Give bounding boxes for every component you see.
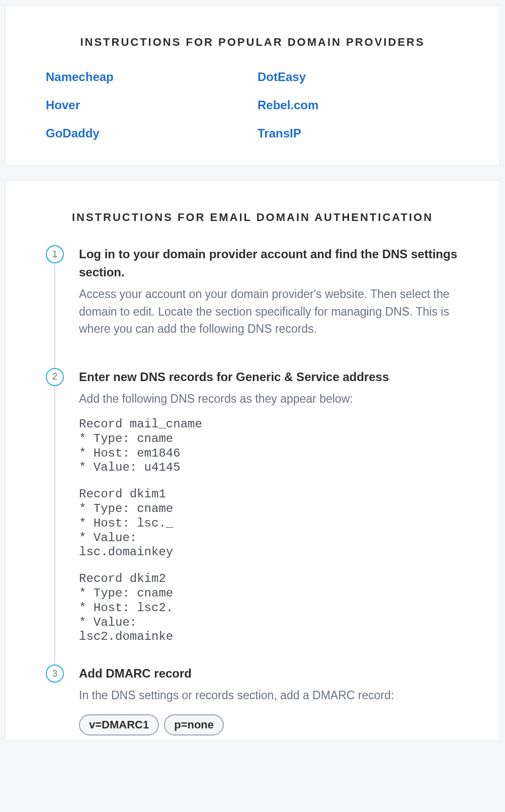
step-title: Add DMARC record <box>79 665 459 683</box>
step-title: Enter new DNS records for Generic & Serv… <box>79 368 459 386</box>
dns-record-dkim2: Record dkim2 * Type: cname * Host: lsc2.… <box>79 572 459 644</box>
dmarc-chips: v=DMARC1 p=none <box>79 714 459 735</box>
step-number-badge: 1 <box>46 245 64 263</box>
dmarc-chip-v: v=DMARC1 <box>79 714 159 735</box>
dmarc-chip-p: p=none <box>164 714 224 735</box>
step-3: 3 Add DMARC record In the DNS settings o… <box>46 665 459 735</box>
step-content: Add DMARC record In the DNS settings or … <box>79 665 459 735</box>
step-description: In the DNS settings or records section, … <box>79 687 459 704</box>
step-title: Log in to your domain provider account a… <box>79 245 459 281</box>
provider-link-namecheap[interactable]: Namecheap <box>46 70 247 84</box>
provider-link-transip[interactable]: TransIP <box>258 126 459 140</box>
step-2: 2 Enter new DNS records for Generic & Se… <box>46 368 459 665</box>
provider-link-doteasy[interactable]: DotEasy <box>258 70 459 84</box>
providers-title: INSTRUCTIONS FOR POPULAR DOMAIN PROVIDER… <box>46 36 459 49</box>
steps-list: 1 Log in to your domain provider account… <box>46 245 459 735</box>
dns-record-mail-cname: Record mail_cname * Type: cname * Host: … <box>79 417 459 475</box>
step-number-badge: 3 <box>46 665 64 683</box>
provider-link-rebel[interactable]: Rebel.com <box>258 98 459 112</box>
auth-card: INSTRUCTIONS FOR EMAIL DOMAIN AUTHENTICA… <box>5 180 500 741</box>
step-description: Access your account on your domain provi… <box>79 285 459 338</box>
step-content: Enter new DNS records for Generic & Serv… <box>79 368 459 645</box>
step-number-badge: 2 <box>46 368 64 386</box>
provider-link-godaddy[interactable]: GoDaddy <box>46 126 247 140</box>
step-description: Add the following DNS records as they ap… <box>79 390 459 408</box>
provider-link-hover[interactable]: Hover <box>46 98 247 112</box>
step-1: 1 Log in to your domain provider account… <box>46 245 459 368</box>
step-content: Log in to your domain provider account a… <box>79 245 459 348</box>
providers-card: INSTRUCTIONS FOR POPULAR DOMAIN PROVIDER… <box>5 5 500 166</box>
providers-grid: Namecheap DotEasy Hover Rebel.com GoDadd… <box>46 70 459 140</box>
auth-title: INSTRUCTIONS FOR EMAIL DOMAIN AUTHENTICA… <box>46 211 459 224</box>
dns-record-dkim1: Record dkim1 * Type: cname * Host: lsc._… <box>79 487 459 560</box>
